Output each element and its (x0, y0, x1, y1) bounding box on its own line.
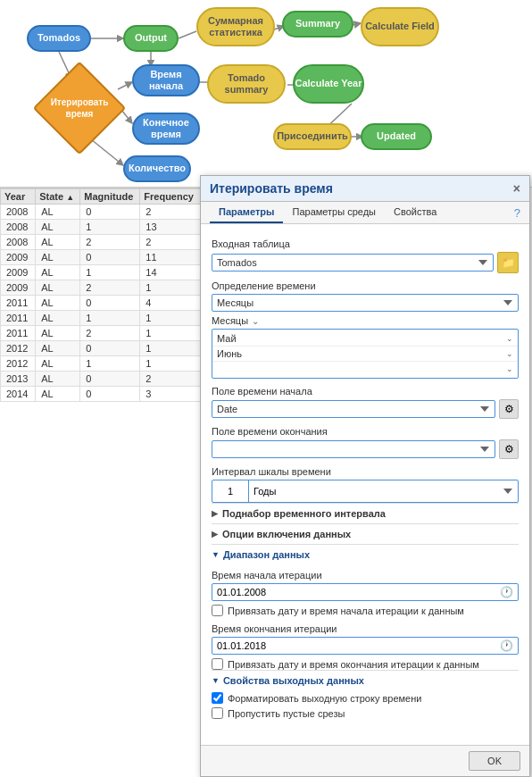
cell-magnitude: 2 (80, 235, 140, 250)
dialog-title: Итерировать время (210, 181, 333, 196)
table-row: 2011 AL 0 4 (1, 296, 201, 311)
cell-year: 2009 (1, 250, 36, 265)
dialog-iterate-time: Итерировать время × Параметры Параметры … (200, 175, 530, 777)
table-row: 2008 AL 1 13 (1, 220, 201, 235)
table-row: 2012 AL 0 1 (1, 341, 201, 356)
table-row: 2009 AL 0 11 (1, 250, 201, 265)
dialog-footer: OK (201, 745, 529, 776)
node-updated[interactable]: Updated (361, 123, 432, 150)
cell-frequency: 2 (140, 205, 201, 220)
skip-empty-checkbox[interactable] (212, 707, 223, 719)
cell-state: AL (36, 265, 80, 280)
iter-end-label: Время окончания итерации (212, 623, 519, 634)
time-def-label: Определение времени (212, 280, 519, 291)
iter-end-input[interactable] (217, 640, 500, 651)
node-output[interactable]: Output (123, 25, 179, 52)
month-select-1[interactable]: Май (217, 333, 506, 344)
dialog-close-button[interactable]: × (513, 181, 520, 196)
cell-year: 2012 (1, 356, 36, 372)
iter-end-clock-icon[interactable]: 🕐 (500, 639, 513, 652)
format-output-checkbox[interactable] (212, 692, 223, 704)
subset-section[interactable]: Поднабор временного интервала (212, 503, 519, 523)
cell-state: AL (36, 220, 80, 235)
table-row: 2014 AL 0 3 (1, 387, 201, 402)
cell-frequency: 2 (140, 372, 201, 387)
cell-magnitude: 1 (80, 356, 140, 372)
data-range-section[interactable]: Диапазон данных (212, 544, 519, 563)
cell-year: 2013 (1, 372, 36, 387)
cell-frequency: 3 (140, 387, 201, 402)
node-tomados[interactable]: Tomados (27, 25, 91, 52)
interval-unit-select[interactable]: Годы (249, 483, 518, 499)
col-frequency[interactable]: Frequency (140, 189, 201, 205)
time-end-field-select[interactable] (212, 440, 495, 458)
include-section[interactable]: Опции включения данных (212, 523, 519, 544)
node-calcyear[interactable]: Calculate Year (293, 64, 364, 104)
cell-year: 2008 (1, 235, 36, 250)
month-select-3[interactable] (217, 363, 506, 374)
cell-state: AL (36, 205, 80, 220)
bind-start-row: Привязать дату и время начала итерации к… (212, 605, 519, 616)
cell-magnitude: 0 (80, 250, 140, 265)
cell-magnitude: 2 (80, 326, 140, 341)
node-calcfield[interactable]: Calculate Field (361, 7, 439, 46)
cell-magnitude: 0 (80, 372, 140, 387)
iter-end-row: 🕐 (212, 637, 519, 655)
cell-magnitude: 0 (80, 205, 140, 220)
node-prisoyed[interactable]: Присоединить (273, 123, 352, 150)
bind-start-checkbox[interactable] (212, 605, 223, 616)
time-end-gear-button[interactable]: ⚙ (499, 439, 519, 459)
input-table-select[interactable]: Tomados (212, 254, 494, 272)
bind-end-label: Привязать дату и время окончания итераци… (228, 659, 479, 670)
node-summary[interactable]: Summary (282, 11, 353, 38)
interval-row: Годы (212, 480, 519, 503)
node-tomsummary[interactable]: Tomado summary (207, 64, 286, 104)
table-row: 2008 AL 2 2 (1, 235, 201, 250)
dialog-body: Входная таблица Tomados 📁 Определение вр… (201, 224, 529, 745)
col-year[interactable]: Year (1, 189, 36, 205)
format-output-row: Форматировать выходную строку времени (212, 692, 519, 704)
cell-frequency: 2 (140, 235, 201, 250)
node-itertime[interactable]: Итерировать время (46, 75, 112, 141)
iter-start-clock-icon[interactable]: 🕐 (500, 586, 513, 598)
col-state[interactable]: State ▲ (36, 189, 80, 205)
table-row: 2011 AL 2 1 (1, 326, 201, 341)
cell-frequency: 14 (140, 265, 201, 280)
svg-line-1 (179, 31, 196, 38)
help-icon[interactable]: ? (514, 206, 520, 220)
cell-frequency: 1 (140, 280, 201, 296)
node-end[interactable]: Конечное время (132, 113, 200, 145)
bind-end-checkbox[interactable] (212, 658, 223, 670)
cell-magnitude: 0 (80, 341, 140, 356)
table-row: 2013 AL 0 2 (1, 372, 201, 387)
col-magnitude[interactable]: Magnitude (80, 189, 140, 205)
time-def-select[interactable]: Месяцы (212, 294, 519, 312)
cell-frequency: 4 (140, 296, 201, 311)
cell-state: AL (36, 326, 80, 341)
cell-state: AL (36, 280, 80, 296)
bind-end-row: Привязать дату и время окончания итераци… (212, 658, 519, 670)
table-row: 2009 AL 1 14 (1, 265, 201, 280)
interval-input[interactable] (212, 483, 248, 499)
tab-props[interactable]: Свойства (385, 202, 445, 223)
output-props-section[interactable]: Свойства выходных данных (212, 670, 519, 689)
folder-button[interactable]: 📁 (497, 252, 519, 273)
node-sumstat[interactable]: Суммарная статистика (196, 7, 275, 46)
tab-params[interactable]: Параметры (210, 202, 283, 223)
cell-magnitude: 1 (80, 220, 140, 235)
ok-button[interactable]: OK (469, 751, 520, 771)
table-row: 2009 AL 2 1 (1, 280, 201, 296)
cell-magnitude: 0 (80, 387, 140, 402)
time-start-gear-button[interactable]: ⚙ (499, 399, 519, 419)
table-row: 2011 AL 1 1 (1, 311, 201, 326)
month-select-2[interactable]: Июнь (217, 348, 506, 359)
node-count[interactable]: Количество (123, 155, 191, 182)
cell-magnitude: 1 (80, 311, 140, 326)
node-start[interactable]: Время начала (132, 64, 200, 96)
cell-state: AL (36, 250, 80, 265)
tab-env-params[interactable]: Параметры среды (283, 202, 385, 223)
format-output-label: Форматировать выходную строку времени (228, 693, 421, 704)
iter-start-input[interactable] (217, 587, 500, 597)
cell-year: 2012 (1, 341, 36, 356)
time-start-field-select[interactable]: Date (212, 400, 495, 418)
